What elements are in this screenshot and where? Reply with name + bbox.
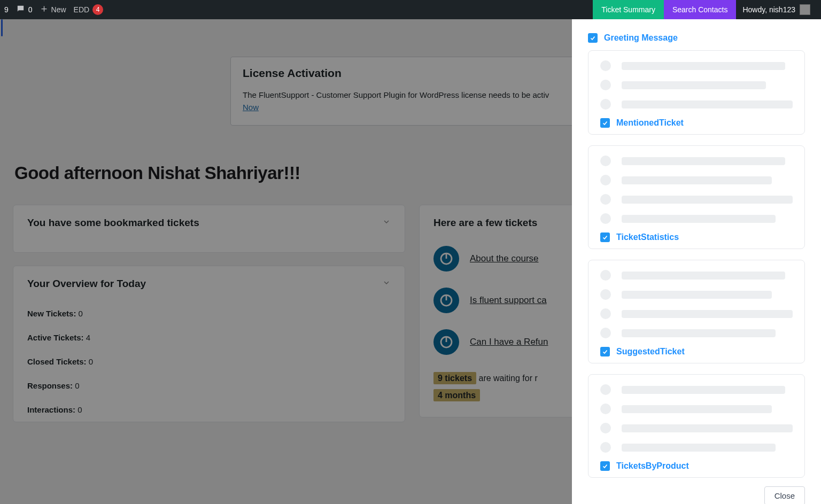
comments-count: 0 — [28, 5, 33, 14]
widget-toggle-row: TicketsByProduct — [600, 461, 793, 471]
widget-preview: SuggestedTicket — [588, 260, 805, 363]
widget-settings-panel: Greeting Message MentionedTicket TicketS… — [572, 19, 821, 504]
widget-toggle-row: TicketStatistics — [600, 232, 793, 242]
checkbox-statistics[interactable] — [600, 232, 610, 242]
avatar — [800, 4, 810, 15]
new-item[interactable]: New — [40, 5, 66, 14]
updates-count: 9 — [4, 5, 9, 14]
howdy-text: Howdy, nish123 — [742, 5, 795, 14]
edd-item[interactable]: EDD 4 — [74, 4, 104, 15]
panel-footer: Close — [588, 482, 805, 504]
checkbox-byproduct[interactable] — [600, 461, 610, 471]
widget-label: SuggestedTicket — [616, 347, 685, 356]
widget-label: TicketsByProduct — [616, 461, 689, 471]
admin-bar-left: 9 0 New EDD 4 — [4, 4, 103, 15]
account-menu[interactable]: Howdy, nish123 — [736, 4, 817, 15]
widget-label: TicketStatistics — [616, 232, 679, 242]
close-button[interactable]: Close — [764, 486, 805, 504]
comments-item[interactable]: 0 — [16, 4, 33, 15]
widget-toggle-row: SuggestedTicket — [600, 347, 793, 356]
updates-item[interactable]: 9 — [4, 5, 9, 14]
widget-label: Greeting Message — [604, 33, 678, 43]
search-contacts-button[interactable]: Search Contacts — [664, 0, 737, 19]
edd-badge: 4 — [92, 4, 103, 15]
widget-toggle-row: MentionedTicket — [600, 118, 793, 128]
checkbox-mentioned[interactable] — [600, 118, 610, 128]
wp-admin-bar: 9 0 New EDD 4 Ticket Summary Search Cont… — [0, 0, 821, 19]
widget-toggle-row: Greeting Message — [588, 33, 805, 43]
edd-label: EDD — [74, 5, 90, 14]
new-label: New — [51, 5, 66, 14]
widget-label: MentionedTicket — [616, 118, 684, 128]
ticket-summary-button[interactable]: Ticket Summary — [593, 0, 664, 19]
widget-preview: TicketsByProduct — [588, 374, 805, 478]
checkbox-suggested[interactable] — [600, 347, 610, 356]
widget-preview: TicketStatistics — [588, 145, 805, 249]
widget-preview: MentionedTicket — [588, 50, 805, 135]
plus-icon — [40, 5, 48, 14]
checkbox-greeting[interactable] — [588, 33, 598, 43]
comment-icon — [16, 4, 25, 15]
